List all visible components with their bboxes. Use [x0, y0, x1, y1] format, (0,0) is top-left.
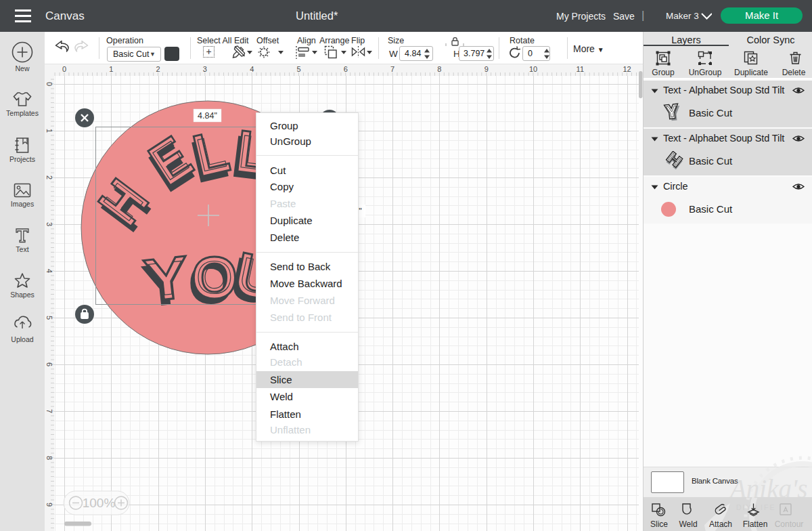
svg-text:Y: Y: [147, 251, 187, 305]
svg-text:O: O: [196, 251, 232, 303]
svg-text:Anika's: Anika's: [728, 474, 808, 503]
svg-text:4.84": 4.84": [198, 111, 217, 121]
svg-text:100%: 100%: [83, 496, 116, 510]
